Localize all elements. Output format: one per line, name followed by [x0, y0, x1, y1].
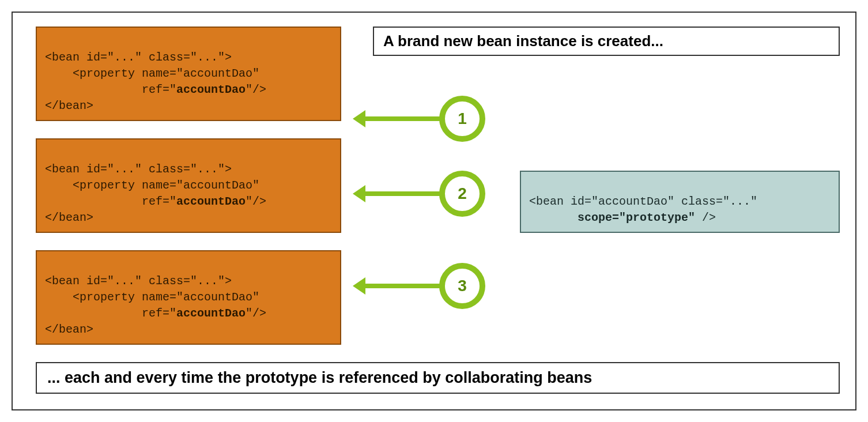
step-number: 1 [458, 110, 467, 128]
bean-box-2: <bean id="..." class="..."> <property na… [36, 138, 341, 233]
code-bold: accountDao [176, 195, 246, 208]
code-line: <bean id="..." class="..."> [45, 51, 232, 64]
step-circle-1: 1 [439, 96, 485, 142]
code-line: </bean> [45, 99, 93, 112]
code-bold: accountDao [176, 83, 246, 96]
code-line: <bean id="..." class="..."> [45, 163, 232, 176]
code-bold: scope="prototype" [578, 211, 695, 224]
code-line: "/> [246, 307, 266, 320]
step-number: 2 [458, 184, 467, 203]
code-line: ref=" [45, 307, 176, 320]
footer-text: ... each and every time the prototype is… [47, 369, 592, 386]
code-line: </bean> [45, 323, 93, 336]
code-line: <bean id="..." class="..."> [45, 274, 232, 288]
code-line: </bean> [45, 211, 93, 224]
code-line: "/> [246, 195, 266, 208]
code-line: ref=" [45, 83, 176, 96]
arrow-2 [364, 191, 445, 196]
step-circle-2: 2 [439, 171, 485, 217]
arrow-1 [364, 116, 445, 121]
code-line: /> [695, 211, 716, 224]
bean-box-3: <bean id="..." class="..."> <property na… [36, 250, 341, 345]
code-line: <property name="accountDao" [45, 179, 259, 192]
title-box: A brand new bean instance is created... [373, 27, 840, 56]
title-text: A brand new bean instance is created... [383, 32, 663, 50]
step-circle-3: 3 [439, 263, 485, 309]
code-line: ref=" [45, 195, 176, 208]
footer-box: ... each and every time the prototype is… [36, 362, 840, 394]
step-number: 3 [458, 277, 467, 295]
code-bold: accountDao [176, 307, 246, 320]
bean-box-1: <bean id="..." class="..."> <property na… [36, 27, 341, 121]
code-line [529, 211, 578, 224]
code-line: <property name="accountDao" [45, 291, 259, 304]
prototype-definition-box: <bean id="accountDao" class="..." scope=… [520, 171, 840, 233]
code-line: <property name="accountDao" [45, 67, 259, 80]
arrow-3 [364, 284, 445, 288]
code-line: "/> [246, 83, 266, 96]
diagram-frame: A brand new bean instance is created... … [12, 12, 856, 410]
code-line: <bean id="accountDao" class="..." [529, 195, 757, 208]
